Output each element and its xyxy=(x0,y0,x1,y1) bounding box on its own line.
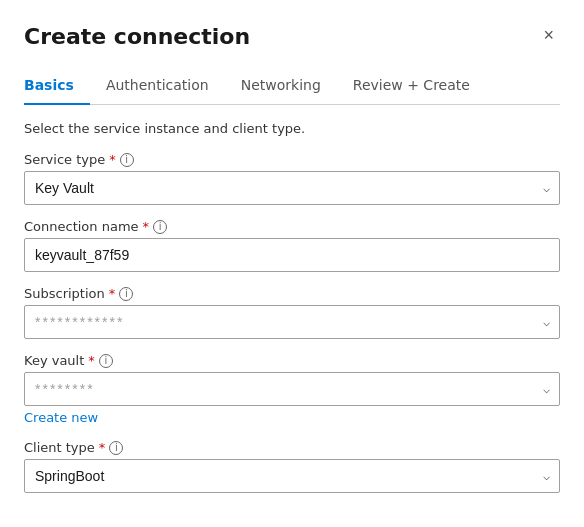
service-type-required: * xyxy=(109,152,116,167)
form-description: Select the service instance and client t… xyxy=(24,121,560,136)
subscription-select-wrapper: ************ ⌵ xyxy=(24,305,560,339)
tab-basics[interactable]: Basics xyxy=(24,69,90,105)
subscription-info-icon[interactable]: i xyxy=(119,287,133,301)
connection-name-field: Connection name * i xyxy=(24,219,560,272)
client-type-select-wrapper: SpringBoot Java .NET Node.js Python ⌵ xyxy=(24,459,560,493)
client-type-info-icon[interactable]: i xyxy=(109,441,123,455)
subscription-label: Subscription * i xyxy=(24,286,560,301)
connection-name-label: Connection name * i xyxy=(24,219,560,234)
key-vault-select[interactable]: ******** xyxy=(24,372,560,406)
connection-name-input[interactable] xyxy=(24,238,560,272)
tab-review-create[interactable]: Review + Create xyxy=(353,69,486,105)
tab-networking[interactable]: Networking xyxy=(241,69,337,105)
connection-name-info-icon[interactable]: i xyxy=(153,220,167,234)
subscription-select[interactable]: ************ xyxy=(24,305,560,339)
tab-bar: Basics Authentication Networking Review … xyxy=(24,69,560,105)
key-vault-select-wrapper: ******** ⌵ xyxy=(24,372,560,406)
key-vault-label: Key vault * i xyxy=(24,353,560,368)
client-type-required: * xyxy=(99,440,106,455)
subscription-required: * xyxy=(109,286,116,301)
key-vault-info-icon[interactable]: i xyxy=(99,354,113,368)
service-type-label: Service type * i xyxy=(24,152,560,167)
service-type-select[interactable]: Key Vault SQL Database Storage Account C… xyxy=(24,171,560,205)
service-type-info-icon[interactable]: i xyxy=(120,153,134,167)
client-type-field: Client type * i SpringBoot Java .NET Nod… xyxy=(24,440,560,493)
create-new-link[interactable]: Create new xyxy=(24,410,98,425)
close-button[interactable]: × xyxy=(537,24,560,46)
subscription-field: Subscription * i ************ ⌵ xyxy=(24,286,560,339)
service-type-select-wrapper: Key Vault SQL Database Storage Account C… xyxy=(24,171,560,205)
key-vault-required: * xyxy=(88,353,95,368)
tab-authentication[interactable]: Authentication xyxy=(106,69,225,105)
client-type-select[interactable]: SpringBoot Java .NET Node.js Python xyxy=(24,459,560,493)
create-connection-dialog: Create connection × Basics Authenticatio… xyxy=(0,0,584,527)
dialog-title: Create connection xyxy=(24,24,250,49)
connection-name-required: * xyxy=(143,219,150,234)
client-type-label: Client type * i xyxy=(24,440,560,455)
key-vault-field: Key vault * i ******** ⌵ Create new xyxy=(24,353,560,426)
dialog-header: Create connection × xyxy=(24,24,560,49)
service-type-field: Service type * i Key Vault SQL Database … xyxy=(24,152,560,205)
